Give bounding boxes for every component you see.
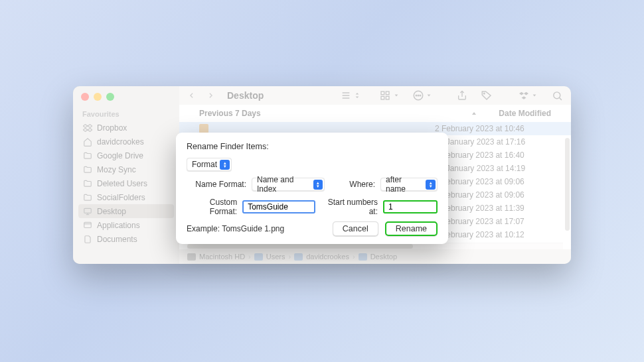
dropdown-value: Format	[192, 160, 217, 169]
svg-point-14	[554, 91, 560, 98]
svg-point-10	[416, 95, 417, 96]
file-date: 31 January 2023 at 17:16	[435, 137, 558, 147]
name-format-dropdown[interactable]: Name and Index ▴▾	[252, 178, 325, 191]
sidebar-item-label: Deleted Users	[97, 179, 147, 188]
breadcrumb-item[interactable]: Macintosh HD	[199, 253, 245, 261]
dropbox-icon	[82, 123, 92, 133]
mode-dropdown[interactable]: Format ▴▾	[187, 158, 232, 171]
image-file-icon	[199, 124, 208, 133]
section-header[interactable]: Previous 7 Days Date Modified	[179, 105, 571, 122]
svg-rect-0	[84, 208, 91, 213]
back-button[interactable]	[187, 90, 196, 101]
file-date: 3 February 2023 at 09:06	[435, 190, 558, 200]
folder-icon	[82, 192, 92, 202]
close-dot[interactable]	[81, 93, 89, 101]
share-button[interactable]	[457, 90, 467, 101]
file-date: 3 February 2023 at 17:07	[435, 217, 558, 226]
sidebar-item-documents[interactable]: Documents	[78, 232, 174, 246]
svg-point-11	[418, 95, 419, 96]
dropbox-toolbar-button[interactable]	[518, 91, 537, 100]
where-label: Where:	[349, 180, 375, 189]
sidebar-item-google-drive[interactable]: Google Drive	[78, 149, 174, 162]
file-date: 3 February 2023 at 11:39	[435, 204, 558, 213]
breadcrumb-item[interactable]: Users	[266, 253, 285, 261]
minimize-dot[interactable]	[94, 93, 102, 101]
file-date: 6 February 2023 at 10:12	[435, 230, 558, 239]
svg-point-13	[484, 93, 485, 94]
sidebar-item-home[interactable]: davidcrookes	[78, 135, 174, 149]
date-column-header[interactable]: Date Modified	[499, 109, 551, 118]
desktop-icon	[82, 206, 92, 216]
sidebar-item-desktop[interactable]: Desktop	[78, 204, 174, 218]
breadcrumb-item[interactable]: davidcrookes	[306, 253, 349, 261]
chevron-right-icon: ›	[248, 253, 251, 261]
custom-format-input[interactable]	[242, 200, 315, 213]
sidebar-item-label: Desktop	[97, 207, 126, 216]
svg-rect-1	[84, 222, 91, 227]
name-format-label: Name Format:	[187, 180, 246, 189]
svg-line-15	[559, 97, 562, 100]
sidebar-item-deleted-users[interactable]: Deleted Users	[78, 176, 174, 190]
forward-button[interactable]	[206, 90, 215, 101]
sidebar-item-label: Documents	[97, 235, 137, 244]
folder-icon	[294, 253, 303, 261]
sidebar-item-socialfolders[interactable]: SocialFolders	[78, 190, 174, 204]
sidebar-item-applications[interactable]: Applications	[78, 218, 174, 232]
disk-icon	[187, 253, 196, 261]
stepper-icon: ▴▾	[426, 180, 436, 190]
sidebar: Favourites Dropbox davidcrookes Google D…	[73, 86, 179, 264]
svg-rect-6	[386, 91, 389, 95]
home-icon	[82, 137, 92, 147]
scrollbar-thumb[interactable]	[187, 244, 413, 249]
sidebar-item-label: Mozy Sync	[97, 165, 136, 174]
folder-icon	[254, 253, 263, 261]
custom-format-label: Custom Format:	[187, 198, 237, 216]
applications-icon	[82, 220, 92, 230]
svg-rect-8	[386, 96, 389, 99]
sidebar-item-label: davidcrookes	[97, 137, 144, 147]
where-dropdown[interactable]: after name ▴▾	[380, 178, 438, 191]
rename-dialog: Rename Finder Items: Format ▴▾ Name Form…	[176, 133, 448, 244]
folder-icon	[359, 253, 367, 261]
cancel-button[interactable]: Cancel	[333, 221, 378, 236]
dropdown-value: Name and Index	[257, 175, 311, 194]
stepper-icon: ▴▾	[220, 160, 230, 170]
view-grid-button[interactable]	[378, 90, 399, 101]
documents-icon	[82, 234, 92, 244]
search-button[interactable]	[552, 90, 563, 101]
window-title: Desktop	[227, 90, 264, 101]
sidebar-item-label: Applications	[97, 221, 140, 230]
stepper-icon: ▴▾	[313, 180, 323, 190]
start-numbers-label: Start numbers at:	[326, 198, 378, 216]
sidebar-item-dropbox[interactable]: Dropbox	[78, 121, 174, 135]
breadcrumb-item[interactable]: Desktop	[370, 253, 397, 261]
start-numbers-input[interactable]	[383, 200, 438, 213]
chevron-right-icon: ›	[353, 253, 355, 261]
action-menu-button[interactable]	[412, 90, 432, 101]
sidebar-item-mozy-sync[interactable]: Mozy Sync	[78, 162, 174, 176]
sidebar-item-label: Dropbox	[97, 123, 127, 133]
folder-icon	[82, 151, 92, 160]
file-date: 3 February 2023 at 09:06	[435, 177, 558, 186]
tags-button[interactable]	[481, 90, 493, 101]
zoom-dot[interactable]	[106, 93, 114, 101]
sidebar-favourites-header: Favourites	[82, 110, 170, 118]
sidebar-item-label: Google Drive	[97, 151, 143, 160]
file-date: 6 February 2023 at 16:40	[435, 151, 558, 160]
svg-rect-5	[381, 91, 384, 95]
toolbar: Desktop	[179, 86, 571, 105]
dialog-title: Rename Finder Items:	[187, 142, 438, 151]
file-date: 31 January 2023 at 14:19	[435, 164, 558, 173]
sidebar-item-label: SocialFolders	[97, 193, 145, 202]
svg-rect-7	[381, 96, 384, 99]
window-controls	[81, 93, 174, 101]
chevron-right-icon: ›	[288, 253, 291, 261]
path-bar: Macintosh HD › Users › davidcrookes › De…	[179, 249, 571, 264]
folder-icon	[82, 164, 92, 174]
view-list-button[interactable]	[339, 90, 360, 101]
rename-button[interactable]: Rename	[385, 221, 438, 236]
dropdown-value: after name	[386, 175, 423, 194]
section-label: Previous 7 Days	[199, 109, 261, 118]
vertical-scrollbar[interactable]	[565, 138, 570, 231]
chevron-up-icon	[471, 110, 477, 117]
